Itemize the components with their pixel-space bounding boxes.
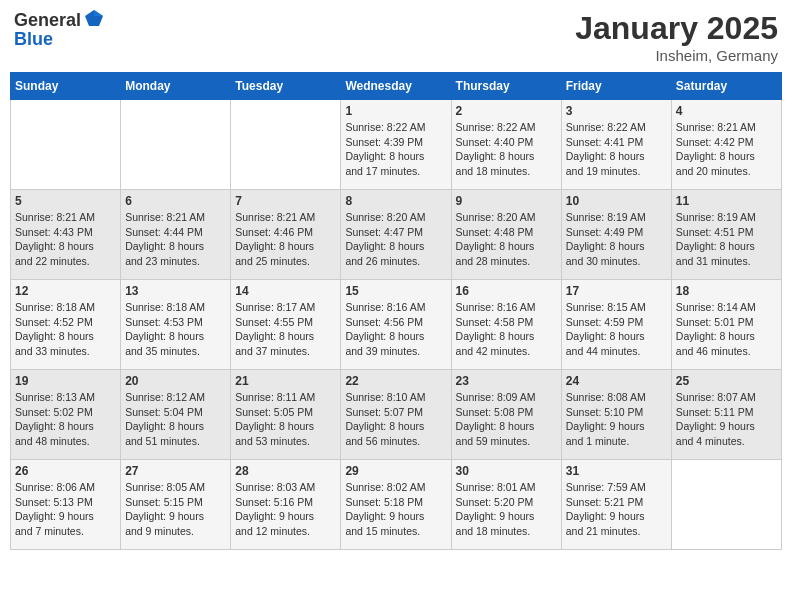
day-number: 12 [15, 284, 116, 298]
calendar-cell: 11Sunrise: 8:19 AMSunset: 4:51 PMDayligh… [671, 190, 781, 280]
day-info: Sunrise: 8:08 AMSunset: 5:10 PMDaylight:… [566, 390, 667, 449]
day-info: Sunrise: 8:21 AMSunset: 4:44 PMDaylight:… [125, 210, 226, 269]
day-number: 17 [566, 284, 667, 298]
day-number: 29 [345, 464, 446, 478]
day-info: Sunrise: 8:05 AMSunset: 5:15 PMDaylight:… [125, 480, 226, 539]
weekday-header-sunday: Sunday [11, 73, 121, 100]
day-info: Sunrise: 8:17 AMSunset: 4:55 PMDaylight:… [235, 300, 336, 359]
weekday-header-saturday: Saturday [671, 73, 781, 100]
day-info: Sunrise: 8:21 AMSunset: 4:43 PMDaylight:… [15, 210, 116, 269]
day-number: 20 [125, 374, 226, 388]
day-number: 14 [235, 284, 336, 298]
calendar-cell: 13Sunrise: 8:18 AMSunset: 4:53 PMDayligh… [121, 280, 231, 370]
logo-general: General [14, 11, 81, 29]
logo: General Blue [14, 10, 105, 49]
calendar-cell: 8Sunrise: 8:20 AMSunset: 4:47 PMDaylight… [341, 190, 451, 280]
day-info: Sunrise: 8:19 AMSunset: 4:51 PMDaylight:… [676, 210, 777, 269]
calendar-cell: 22Sunrise: 8:10 AMSunset: 5:07 PMDayligh… [341, 370, 451, 460]
weekday-header-friday: Friday [561, 73, 671, 100]
day-info: Sunrise: 8:16 AMSunset: 4:58 PMDaylight:… [456, 300, 557, 359]
day-number: 28 [235, 464, 336, 478]
day-info: Sunrise: 8:13 AMSunset: 5:02 PMDaylight:… [15, 390, 116, 449]
logo-blue: Blue [14, 29, 53, 49]
day-number: 9 [456, 194, 557, 208]
calendar-body: 1Sunrise: 8:22 AMSunset: 4:39 PMDaylight… [11, 100, 782, 550]
calendar-cell: 23Sunrise: 8:09 AMSunset: 5:08 PMDayligh… [451, 370, 561, 460]
calendar-table: SundayMondayTuesdayWednesdayThursdayFrid… [10, 72, 782, 550]
calendar-cell: 26Sunrise: 8:06 AMSunset: 5:13 PMDayligh… [11, 460, 121, 550]
weekday-header-thursday: Thursday [451, 73, 561, 100]
day-number: 11 [676, 194, 777, 208]
day-info: Sunrise: 8:11 AMSunset: 5:05 PMDaylight:… [235, 390, 336, 449]
weekday-header-wednesday: Wednesday [341, 73, 451, 100]
calendar-cell: 9Sunrise: 8:20 AMSunset: 4:48 PMDaylight… [451, 190, 561, 280]
calendar-cell: 6Sunrise: 8:21 AMSunset: 4:44 PMDaylight… [121, 190, 231, 280]
day-info: Sunrise: 8:22 AMSunset: 4:40 PMDaylight:… [456, 120, 557, 179]
day-number: 1 [345, 104, 446, 118]
calendar-header: SundayMondayTuesdayWednesdayThursdayFrid… [11, 73, 782, 100]
calendar-week-row: 12Sunrise: 8:18 AMSunset: 4:52 PMDayligh… [11, 280, 782, 370]
day-info: Sunrise: 8:18 AMSunset: 4:52 PMDaylight:… [15, 300, 116, 359]
day-number: 21 [235, 374, 336, 388]
day-info: Sunrise: 8:02 AMSunset: 5:18 PMDaylight:… [345, 480, 446, 539]
day-number: 15 [345, 284, 446, 298]
day-number: 2 [456, 104, 557, 118]
day-info: Sunrise: 8:20 AMSunset: 4:48 PMDaylight:… [456, 210, 557, 269]
day-info: Sunrise: 8:21 AMSunset: 4:42 PMDaylight:… [676, 120, 777, 179]
weekday-header-monday: Monday [121, 73, 231, 100]
day-number: 7 [235, 194, 336, 208]
calendar-cell: 12Sunrise: 8:18 AMSunset: 4:52 PMDayligh… [11, 280, 121, 370]
day-number: 13 [125, 284, 226, 298]
day-info: Sunrise: 8:14 AMSunset: 5:01 PMDaylight:… [676, 300, 777, 359]
calendar-cell [121, 100, 231, 190]
calendar-cell: 17Sunrise: 8:15 AMSunset: 4:59 PMDayligh… [561, 280, 671, 370]
calendar-cell: 24Sunrise: 8:08 AMSunset: 5:10 PMDayligh… [561, 370, 671, 460]
day-info: Sunrise: 8:09 AMSunset: 5:08 PMDaylight:… [456, 390, 557, 449]
day-number: 30 [456, 464, 557, 478]
day-info: Sunrise: 8:07 AMSunset: 5:11 PMDaylight:… [676, 390, 777, 449]
page-header: General Blue January 2025 Insheim, Germa… [10, 10, 782, 64]
day-info: Sunrise: 8:19 AMSunset: 4:49 PMDaylight:… [566, 210, 667, 269]
day-info: Sunrise: 8:06 AMSunset: 5:13 PMDaylight:… [15, 480, 116, 539]
day-info: Sunrise: 8:22 AMSunset: 4:39 PMDaylight:… [345, 120, 446, 179]
calendar-cell: 30Sunrise: 8:01 AMSunset: 5:20 PMDayligh… [451, 460, 561, 550]
day-info: Sunrise: 8:03 AMSunset: 5:16 PMDaylight:… [235, 480, 336, 539]
day-number: 8 [345, 194, 446, 208]
calendar-cell: 10Sunrise: 8:19 AMSunset: 4:49 PMDayligh… [561, 190, 671, 280]
calendar-title: January 2025 [575, 10, 778, 47]
calendar-cell: 18Sunrise: 8:14 AMSunset: 5:01 PMDayligh… [671, 280, 781, 370]
day-number: 16 [456, 284, 557, 298]
day-info: Sunrise: 8:18 AMSunset: 4:53 PMDaylight:… [125, 300, 226, 359]
calendar-cell: 31Sunrise: 7:59 AMSunset: 5:21 PMDayligh… [561, 460, 671, 550]
calendar-cell: 29Sunrise: 8:02 AMSunset: 5:18 PMDayligh… [341, 460, 451, 550]
calendar-cell [11, 100, 121, 190]
day-number: 26 [15, 464, 116, 478]
day-number: 5 [15, 194, 116, 208]
calendar-cell: 27Sunrise: 8:05 AMSunset: 5:15 PMDayligh… [121, 460, 231, 550]
calendar-cell: 19Sunrise: 8:13 AMSunset: 5:02 PMDayligh… [11, 370, 121, 460]
day-info: Sunrise: 8:16 AMSunset: 4:56 PMDaylight:… [345, 300, 446, 359]
calendar-week-row: 26Sunrise: 8:06 AMSunset: 5:13 PMDayligh… [11, 460, 782, 550]
calendar-cell [671, 460, 781, 550]
calendar-cell: 7Sunrise: 8:21 AMSunset: 4:46 PMDaylight… [231, 190, 341, 280]
day-info: Sunrise: 7:59 AMSunset: 5:21 PMDaylight:… [566, 480, 667, 539]
day-number: 31 [566, 464, 667, 478]
weekday-header-row: SundayMondayTuesdayWednesdayThursdayFrid… [11, 73, 782, 100]
calendar-cell: 1Sunrise: 8:22 AMSunset: 4:39 PMDaylight… [341, 100, 451, 190]
calendar-cell: 4Sunrise: 8:21 AMSunset: 4:42 PMDaylight… [671, 100, 781, 190]
calendar-cell: 16Sunrise: 8:16 AMSunset: 4:58 PMDayligh… [451, 280, 561, 370]
day-info: Sunrise: 8:10 AMSunset: 5:07 PMDaylight:… [345, 390, 446, 449]
day-info: Sunrise: 8:20 AMSunset: 4:47 PMDaylight:… [345, 210, 446, 269]
day-number: 25 [676, 374, 777, 388]
day-number: 3 [566, 104, 667, 118]
day-number: 22 [345, 374, 446, 388]
calendar-cell: 2Sunrise: 8:22 AMSunset: 4:40 PMDaylight… [451, 100, 561, 190]
calendar-subtitle: Insheim, Germany [575, 47, 778, 64]
day-number: 24 [566, 374, 667, 388]
weekday-header-tuesday: Tuesday [231, 73, 341, 100]
calendar-week-row: 1Sunrise: 8:22 AMSunset: 4:39 PMDaylight… [11, 100, 782, 190]
day-number: 4 [676, 104, 777, 118]
day-number: 27 [125, 464, 226, 478]
day-number: 19 [15, 374, 116, 388]
day-info: Sunrise: 8:21 AMSunset: 4:46 PMDaylight:… [235, 210, 336, 269]
